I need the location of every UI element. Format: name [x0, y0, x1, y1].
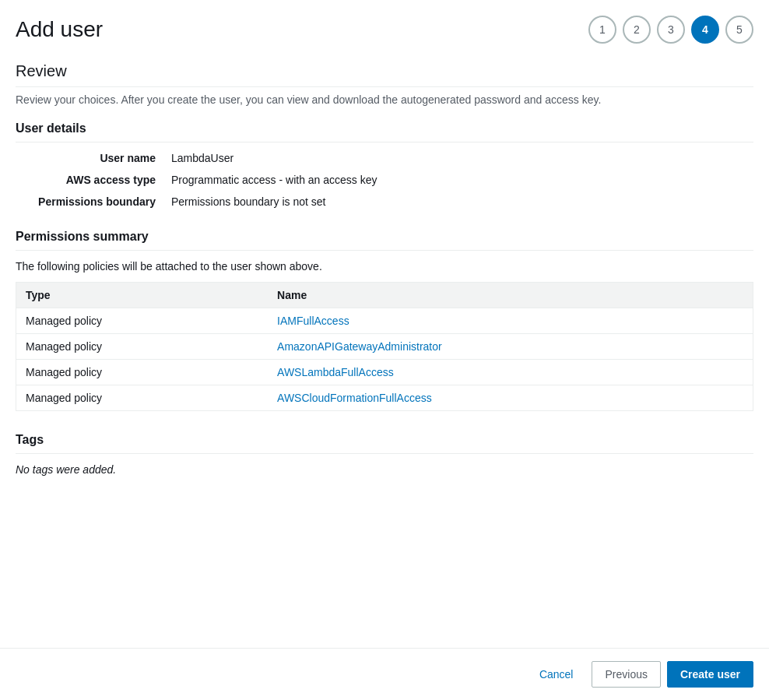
permissions-description: The following policies will be attached …	[16, 260, 753, 273]
step-2: 2	[623, 16, 651, 44]
permissions-boundary-value: Permissions boundary is not set	[171, 195, 753, 208]
create-user-button[interactable]: Create user	[667, 661, 753, 688]
step-1: 1	[588, 16, 616, 44]
tags-section: Tags No tags were added.	[16, 433, 753, 476]
review-section: Review Review your choices. After you cr…	[16, 62, 753, 106]
policy-link[interactable]: AWSCloudFormationFullAccess	[277, 392, 432, 404]
page-title: Add user	[16, 17, 103, 42]
review-description: Review your choices. After you create th…	[16, 93, 753, 106]
tags-title: Tags	[16, 433, 753, 454]
user-details-section: User details User name LambdaUser AWS ac…	[16, 121, 753, 208]
permissions-summary-section: Permissions summary The following polici…	[16, 230, 753, 411]
policy-link[interactable]: IAMFullAccess	[277, 315, 349, 327]
permissions-boundary-label: Permissions boundary	[16, 195, 171, 208]
step-4: 4	[691, 16, 719, 44]
aws-access-type-label: AWS access type	[16, 174, 171, 186]
page-header: Add user 1 2 3 4 5	[16, 16, 753, 44]
aws-access-type-value: Programmatic access - with an access key	[171, 174, 753, 186]
cell-name[interactable]: AWSCloudFormationFullAccess	[268, 385, 753, 411]
cell-name[interactable]: AmazonAPIGatewayAdministrator	[268, 334, 753, 360]
table-row: Managed policyIAMFullAccess	[16, 308, 753, 334]
table-header-row: Type Name	[16, 283, 753, 308]
user-details-grid: User name LambdaUser AWS access type Pro…	[16, 152, 753, 208]
step-5: 5	[725, 16, 753, 44]
cancel-button[interactable]: Cancel	[527, 662, 586, 687]
col-name: Name	[268, 283, 753, 308]
table-row: Managed policyAmazonAPIGatewayAdministra…	[16, 334, 753, 360]
policy-link[interactable]: AmazonAPIGatewayAdministrator	[277, 340, 442, 353]
footer: Cancel Previous Create user	[0, 648, 769, 700]
user-name-label: User name	[16, 152, 171, 164]
cell-type: Managed policy	[16, 360, 269, 385]
col-type: Type	[16, 283, 269, 308]
cell-type: Managed policy	[16, 385, 269, 411]
previous-button[interactable]: Previous	[592, 661, 660, 688]
user-details-title: User details	[16, 121, 753, 142]
review-section-title: Review	[16, 62, 753, 87]
cell-type: Managed policy	[16, 308, 269, 334]
cell-name[interactable]: IAMFullAccess	[268, 308, 753, 334]
steps-indicator: 1 2 3 4 5	[588, 16, 753, 44]
step-3: 3	[657, 16, 685, 44]
permissions-table: Type Name Managed policyIAMFullAccessMan…	[16, 282, 753, 411]
no-tags-text: No tags were added.	[16, 463, 753, 476]
table-row: Managed policyAWSCloudFormationFullAcces…	[16, 385, 753, 411]
cell-type: Managed policy	[16, 334, 269, 360]
table-row: Managed policyAWSLambdaFullAccess	[16, 360, 753, 385]
permissions-summary-title: Permissions summary	[16, 230, 753, 251]
user-name-value: LambdaUser	[171, 152, 753, 164]
cell-name[interactable]: AWSLambdaFullAccess	[268, 360, 753, 385]
policy-link[interactable]: AWSLambdaFullAccess	[277, 366, 394, 378]
